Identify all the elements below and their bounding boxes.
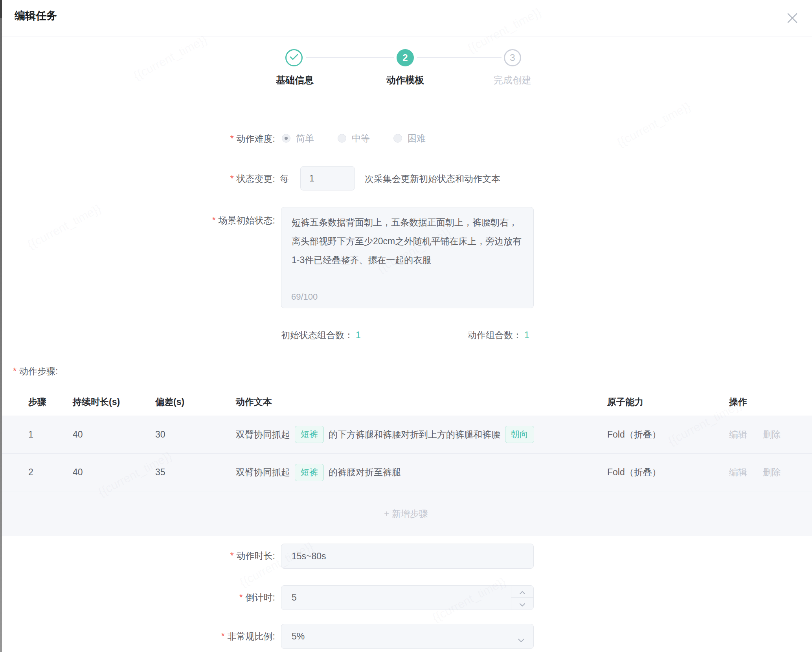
step-1-label: 基础信息	[244, 74, 346, 86]
watermark: {{current_time}}	[615, 99, 693, 149]
edit-link[interactable]: 编辑	[729, 429, 747, 441]
cell-duration: 40	[73, 416, 83, 453]
col-header-operations: 操作	[729, 396, 747, 408]
cell-operations: 编辑 删除	[729, 454, 781, 491]
col-header-deviation: 偏差(s)	[155, 396, 184, 408]
tag-shorts: 短裤	[295, 464, 324, 481]
chevron-down-icon	[519, 599, 525, 609]
action-steps-table: 1 40 30 双臂协同抓起 短裤 的下方裤腿和裤腰对折到上方的裤腿和裤腰 朝向…	[0, 416, 812, 536]
radio-hard[interactable]: 困难	[393, 132, 426, 145]
required-mark: *	[230, 134, 234, 144]
cell-operations: 编辑 删除	[729, 416, 781, 453]
watermark: {{current_time}}	[131, 33, 209, 82]
cell-duration: 40	[73, 454, 83, 491]
cell-deviation: 30	[155, 416, 165, 453]
cell-atomic-ability: Fold（折叠）	[607, 416, 661, 453]
radio-medium[interactable]: 中等	[338, 132, 370, 145]
radio-circle-icon	[393, 134, 402, 143]
spinner-decrease-button[interactable]	[511, 597, 533, 610]
difficulty-label: *动作难度:	[0, 133, 275, 145]
radio-easy[interactable]: 简单	[282, 132, 314, 145]
delete-link[interactable]: 删除	[763, 429, 781, 441]
unusual-ratio-label: *非常规比例:	[0, 630, 275, 642]
step-3-circle-pending: 3	[504, 49, 521, 66]
cell-step: 2	[28, 454, 33, 491]
add-step-button[interactable]: + 新增步骤	[0, 491, 812, 536]
number-spinner	[511, 586, 533, 610]
cell-step: 1	[28, 416, 33, 453]
required-mark: *	[230, 551, 234, 561]
countdown-input[interactable]: 5	[281, 585, 534, 610]
delete-link[interactable]: 删除	[763, 466, 781, 478]
close-icon[interactable]	[784, 10, 800, 26]
spinner-increase-button[interactable]	[511, 586, 533, 597]
action-combo-count: 动作组合数：1	[468, 329, 529, 341]
required-mark: *	[230, 174, 234, 184]
table-row: 2 40 35 双臂协同抓起 短裤 的裤腰对折至裤腿 Fold（折叠） 编辑 删…	[0, 453, 812, 491]
col-header-step: 步骤	[28, 396, 46, 408]
tag-orientation: 朝向	[505, 426, 534, 443]
chevron-up-icon	[519, 586, 525, 597]
edit-link[interactable]: 编辑	[729, 466, 747, 478]
step-connector	[417, 57, 502, 58]
step-2-label: 动作模板	[354, 74, 456, 86]
cell-deviation: 35	[155, 454, 165, 491]
required-mark: *	[239, 592, 243, 603]
countdown-label: *倒计时:	[0, 592, 275, 603]
required-mark: *	[13, 366, 17, 376]
char-counter: 69/100	[291, 292, 318, 302]
state-change-input[interactable]: 1	[300, 166, 355, 190]
scene-initial-state-textarea[interactable]: 短裤五条数据背面朝上，五条数据正面朝上，裤腰朝右，离头部视野下方至少20cm之外…	[281, 207, 534, 308]
initial-state-combo-count: 初始状态组合数：1	[281, 329, 361, 341]
dialog-title: 编辑任务	[15, 9, 57, 23]
radio-circle-icon	[338, 134, 346, 143]
scene-initial-state-label: *场景初始状态:	[0, 214, 275, 226]
step-1-circle-done	[285, 49, 303, 66]
cell-action-text: 双臂协同抓起 短裤 的下方裤腿和裤腰对折到上方的裤腿和裤腰 朝向	[236, 416, 539, 453]
col-header-duration: 持续时长(s)	[73, 396, 120, 408]
watermark: {{current_time}}	[465, 5, 544, 55]
required-mark: *	[212, 215, 216, 225]
edit-task-dialog: {{current_time}} {{current_time}} {{curr…	[0, 0, 812, 652]
action-duration-label: *动作时长:	[0, 550, 275, 562]
unusual-ratio-select[interactable]: 5%	[281, 624, 534, 649]
step-3-label: 完成创建	[461, 74, 564, 86]
table-row: 1 40 30 双臂协同抓起 短裤 的下方裤腿和裤腰对折到上方的裤腿和裤腰 朝向…	[0, 416, 812, 453]
cell-atomic-ability: Fold（折叠）	[607, 454, 661, 491]
step-2-circle-active: 2	[397, 49, 414, 66]
step-connector	[306, 57, 394, 58]
check-icon	[289, 53, 299, 62]
background-page-edge	[0, 0, 2, 652]
state-change-label: *状态变更:	[0, 173, 275, 185]
radio-circle-icon	[282, 134, 290, 143]
action-duration-input[interactable]: 15s~80s	[281, 544, 534, 569]
action-steps-label: *动作步骤:	[13, 365, 58, 377]
col-header-atomic-ability: 原子能力	[607, 396, 643, 408]
cell-action-text: 双臂协同抓起 短裤 的裤腰对折至裤腿	[236, 454, 401, 491]
state-change-suffix: 次采集会更新初始状态和动作文本	[365, 173, 500, 185]
difficulty-radio-group: 简单 中等 困难	[282, 132, 426, 144]
state-change-prefix: 每	[280, 173, 289, 185]
col-header-action-text: 动作文本	[236, 396, 272, 408]
header-divider	[2, 37, 812, 37]
required-mark: *	[221, 631, 225, 641]
tag-shorts: 短裤	[295, 426, 324, 443]
chevron-down-icon	[518, 634, 525, 645]
watermark: {{current_time}}	[25, 201, 103, 251]
